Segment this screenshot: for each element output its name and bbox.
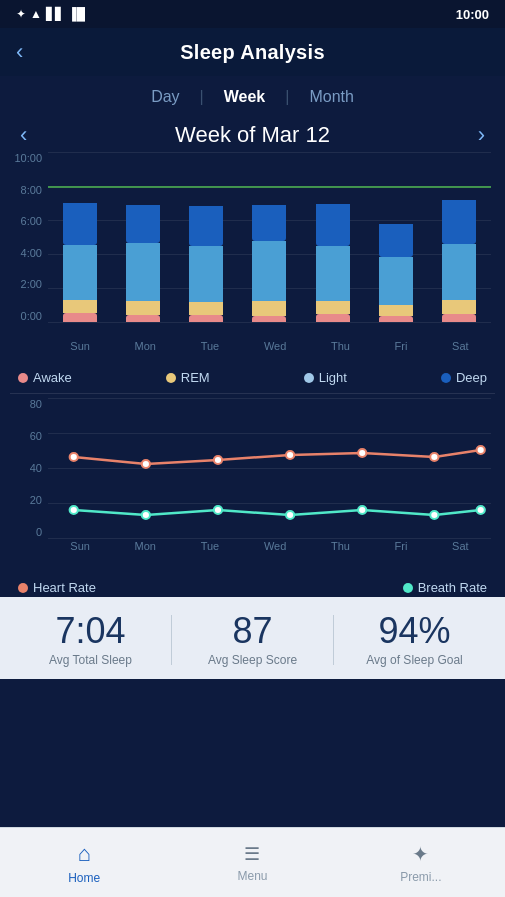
next-week-button[interactable]: › [478, 122, 485, 148]
hr-dot-tue [214, 456, 222, 464]
bar-stack-tue [187, 206, 225, 322]
nav-home[interactable]: ⌂ Home [0, 841, 168, 885]
deep-thu [316, 204, 350, 246]
sleep-chart-container: 10:00 8:00 6:00 4:00 2:00 0:00 [0, 152, 505, 389]
y-label-8: 8:00 [10, 184, 42, 196]
rem-tue [189, 302, 223, 315]
back-button[interactable]: ‹ [16, 39, 23, 65]
legend-breath-rate: Breath Rate [403, 580, 487, 595]
bar-stack-mon [124, 205, 162, 322]
x-sun: Sun [70, 340, 90, 352]
legend-rem: REM [166, 370, 210, 385]
hr-dot-sun [70, 453, 78, 461]
light-fri [379, 257, 413, 305]
nav-menu[interactable]: ☰ Menu [168, 843, 336, 883]
status-icons-left: ✦ ▲ ▋▋ ▐█ [16, 7, 85, 21]
rem-thu [316, 301, 350, 314]
period-tab-bar: Day | Week | Month [0, 76, 505, 118]
week-title: Week of Mar 12 [175, 122, 330, 148]
breath-rate-dot [403, 583, 413, 593]
rem-sun [63, 300, 97, 313]
deep-wed [252, 205, 286, 241]
battery-icon: ▐█ [68, 7, 85, 21]
light-label: Light [319, 370, 347, 385]
premium-icon: ✦ [412, 842, 429, 866]
stat-sleep-goal-label: Avg of Sleep Goal [334, 653, 495, 667]
awake-tue [189, 315, 223, 322]
vx-sun: Sun [70, 540, 90, 552]
awake-sun [63, 313, 97, 322]
week-navigator: ‹ Week of Mar 12 › [0, 118, 505, 152]
rem-mon [126, 301, 160, 315]
hr-dot-mon [142, 460, 150, 468]
menu-icon: ☰ [244, 843, 260, 865]
x-tue: Tue [201, 340, 220, 352]
heart-rate-label: Heart Rate [33, 580, 96, 595]
light-dot [304, 373, 314, 383]
hr-dot-sat [477, 446, 485, 454]
section-divider [10, 393, 495, 394]
breath-rate-line [74, 510, 481, 515]
hr-dot-wed [286, 451, 294, 459]
stat-total-sleep-label: Avg Total Sleep [10, 653, 171, 667]
goal-line [48, 186, 491, 188]
nav-home-label: Home [68, 871, 100, 885]
legend-light: Light [304, 370, 347, 385]
prev-week-button[interactable]: ‹ [20, 122, 27, 148]
hr-dot-fri [430, 453, 438, 461]
bluetooth-icon: ✦ [16, 7, 26, 21]
sleep-bar-chart: 10:00 8:00 6:00 4:00 2:00 0:00 [10, 152, 495, 362]
stat-sleep-goal-value: 94% [334, 613, 495, 649]
bar-thu [314, 204, 352, 322]
stat-sleep-goal: 94% Avg of Sleep Goal [334, 613, 495, 667]
app-header: ‹ Sleep Analysis [0, 28, 505, 76]
vy-80: 80 [10, 398, 42, 410]
vx-mon: Mon [135, 540, 156, 552]
vx-fri: Fri [395, 540, 408, 552]
bar-stack-fri [377, 224, 415, 322]
tab-week[interactable]: Week [204, 84, 286, 110]
br-dot-sun [70, 506, 78, 514]
br-dot-wed [286, 511, 294, 519]
vy-60: 60 [10, 430, 42, 442]
page-title: Sleep Analysis [180, 41, 325, 64]
status-time: 10:00 [456, 7, 489, 22]
vy-0: 0 [10, 526, 42, 538]
bar-mon [124, 205, 162, 322]
vitals-chart-container: 80 60 40 20 0 [0, 398, 505, 597]
breath-rate-label: Breath Rate [418, 580, 487, 595]
bar-sat [440, 200, 478, 322]
vitals-x-axis: Sun Mon Tue Wed Thu Fri Sat [48, 536, 491, 552]
heart-rate-line [74, 450, 481, 464]
vitals-line-chart: 80 60 40 20 0 [10, 398, 495, 578]
tab-day[interactable]: Day [131, 84, 199, 110]
tab-month[interactable]: Month [289, 84, 373, 110]
vitals-svg [48, 398, 491, 538]
bar-tue [187, 206, 225, 322]
bottom-nav: ⌂ Home ☰ Menu ✦ Premi... [0, 827, 505, 897]
bar-stack-wed [250, 205, 288, 322]
legend-heart-rate: Heart Rate [18, 580, 96, 595]
nav-premium-label: Premi... [400, 870, 441, 884]
bar-wed [250, 205, 288, 322]
awake-mon [126, 315, 160, 322]
nav-premium[interactable]: ✦ Premi... [337, 842, 505, 884]
br-dot-sat [477, 506, 485, 514]
awake-thu [316, 314, 350, 322]
y-label-2: 2:00 [10, 278, 42, 290]
x-thu: Thu [331, 340, 350, 352]
bar-stack-thu [314, 204, 352, 322]
x-mon: Mon [135, 340, 156, 352]
awake-sat [442, 314, 476, 322]
light-sat [442, 244, 476, 300]
br-dot-thu [358, 506, 366, 514]
x-fri: Fri [395, 340, 408, 352]
awake-wed [252, 316, 286, 322]
vx-tue: Tue [201, 540, 220, 552]
bar-sun [61, 203, 99, 322]
rem-wed [252, 301, 286, 316]
stat-total-sleep: 7:04 Avg Total Sleep [10, 613, 171, 667]
deep-fri [379, 224, 413, 257]
deep-label: Deep [456, 370, 487, 385]
awake-fri [379, 316, 413, 322]
